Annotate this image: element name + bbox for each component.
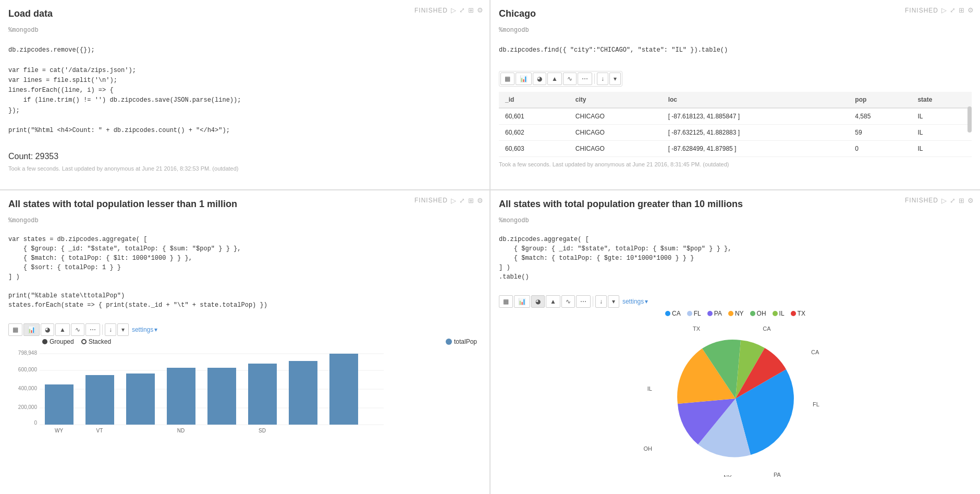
states-lt-toolbar: ▦ 📊 ◕ ▲ ∿ ⋯ ↓ ▾ settings ▾ — [8, 323, 481, 336]
states-lt-code: %mongodb var states = db.zipcodes.aggreg… — [8, 214, 481, 321]
states-gt-status-row: FINISHED ▷ ⤢ ⊞ ⚙ — [905, 197, 974, 204]
chicago-scatter-btn[interactable]: ⋯ — [578, 73, 592, 85]
cell-id: 60,602 — [499, 124, 569, 140]
label-ca2: CA — [811, 349, 819, 355]
states-gt-settings-btn[interactable]: settings ▾ — [622, 298, 648, 305]
states-gt-scatter-btn[interactable]: ⋯ — [576, 295, 591, 308]
states-gt-toolbar: ▦ 📊 ◕ ▲ ∿ ⋯ ↓ ▾ settings ▾ — [499, 295, 972, 308]
states-gt-dropdown-btn[interactable]: ▾ — [608, 295, 619, 308]
totalpop-dot — [446, 339, 452, 345]
label-ca: CA — [763, 326, 771, 332]
table-row: 60,603 CHICAGO [ -87.628499, 41.87985 ] … — [499, 140, 972, 156]
states-gt-line-btn[interactable]: ∿ — [561, 295, 575, 308]
totalpop-label: totalPop — [454, 338, 477, 345]
load-data-title: Load data — [8, 8, 481, 19]
toolbar-sep2 — [102, 324, 103, 335]
run-icon[interactable]: ▷ — [451, 6, 456, 14]
states-lt-expand-icon[interactable]: ⤢ — [459, 197, 465, 204]
states-lt-pie-btn[interactable]: ◕ — [41, 323, 54, 336]
toolbar-sep — [594, 74, 595, 84]
stacked-label: Stacked — [89, 338, 111, 345]
grouped-label: Grouped — [50, 338, 74, 345]
cell-state: IL — [911, 140, 972, 156]
toolbar-sep3 — [593, 296, 593, 307]
states-lt-table-icon[interactable]: ⊞ — [468, 197, 474, 204]
chicago-download-btn[interactable]: ↓ — [597, 73, 608, 85]
bar-7 — [329, 354, 358, 425]
settings-icon[interactable]: ⚙ — [477, 6, 483, 14]
legend-fl: FL — [687, 310, 701, 317]
label-oh: OH — [643, 445, 652, 452]
states-gt-run-icon[interactable]: ▷ — [941, 197, 947, 204]
load-data-panel: FINISHED ▷ ⤢ ⊞ ⚙ Load data %mongodb db.z… — [0, 0, 489, 189]
states-gt-code: %mongodb db.zipcodes.aggregate( [ { $gro… — [499, 214, 972, 293]
bar-nd — [167, 368, 195, 425]
chart-legend: Grouped Stacked totalPop — [42, 338, 481, 345]
label-ny: NY — [724, 474, 732, 477]
table-icon[interactable]: ⊞ — [468, 6, 474, 14]
label-tx: TX — [692, 326, 700, 332]
chicago-run-icon[interactable]: ▷ — [941, 6, 947, 14]
col-state: state — [911, 92, 972, 108]
grouped-dot — [42, 339, 47, 344]
cell-loc: [ -87.628499, 41.87985 ] — [662, 140, 849, 156]
states-gt-expand-icon[interactable]: ⤢ — [950, 197, 956, 204]
states-gt-pie-btn[interactable]: ◕ — [531, 295, 545, 308]
svg-text:798,948: 798,948 — [18, 350, 38, 356]
states-lt-scatter-btn[interactable]: ⋯ — [85, 323, 100, 336]
chicago-dropdown-btn[interactable]: ▾ — [609, 73, 621, 85]
chicago-pie-btn[interactable]: ◕ — [533, 73, 546, 85]
pie-chart-container: CA FL PA NY OH — [499, 310, 972, 477]
states-lt-download-btn[interactable]: ↓ — [105, 323, 116, 336]
states-gt-table-icon[interactable]: ⊞ — [959, 197, 964, 204]
states-lt-settings-icon[interactable]: ⚙ — [477, 197, 483, 204]
legend-oh: OH — [750, 310, 766, 317]
chicago-settings-icon[interactable]: ⚙ — [967, 6, 974, 14]
table-row: 60,602 CHICAGO [ -87.632125, 41.882883 ]… — [499, 124, 972, 140]
load-data-code: %mongodb db.zipcodes.remove({}); var fil… — [8, 23, 481, 148]
label-pa: PA — [774, 472, 781, 477]
load-data-output: Count: 29353 — [8, 152, 481, 161]
chicago-table: _id city loc pop state 60,601 CHICAGO [ … — [499, 92, 972, 157]
svg-text:WY: WY — [55, 428, 63, 433]
chicago-table-btn[interactable]: ▦ — [500, 73, 514, 85]
states-lt-status-row: FINISHED ▷ ⤢ ⊞ ⚙ — [414, 197, 483, 204]
panel-status-row: FINISHED ▷ ⤢ ⊞ ⚙ — [414, 6, 483, 14]
chicago-table-icon2[interactable]: ⊞ — [959, 6, 964, 14]
states-lt-dropdown-btn[interactable]: ▾ — [117, 323, 129, 336]
scrollbar[interactable] — [967, 106, 972, 132]
states-lt-settings-btn[interactable]: settings ▾ — [132, 326, 157, 333]
chicago-area-btn[interactable]: ▲ — [547, 73, 562, 85]
expand-icon[interactable]: ⤢ — [459, 6, 465, 14]
chicago-line-btn[interactable]: ∿ — [563, 73, 577, 85]
chicago-expand-icon[interactable]: ⤢ — [950, 6, 956, 14]
finished-label: FINISHED — [414, 7, 448, 14]
states-lt-table-btn[interactable]: ▦ — [8, 323, 22, 336]
ca-label: CA — [672, 310, 681, 317]
states-gt-finished-label: FINISHED — [905, 197, 938, 204]
cell-city: CHICAGO — [569, 124, 662, 140]
cell-loc: [ -87.618123, 41.885847 ] — [662, 108, 849, 125]
tx-dot — [791, 311, 796, 316]
states-gt-bar-btn[interactable]: 📊 — [514, 295, 530, 308]
svg-text:200,000: 200,000 — [18, 404, 38, 410]
states-gt-settings-icon2[interactable]: ⚙ — [967, 197, 974, 204]
chicago-bar-btn[interactable]: 📊 — [516, 73, 532, 85]
states-lt-bar-btn[interactable]: 📊 — [23, 323, 40, 336]
states-lt-run-icon[interactable]: ▷ — [451, 197, 456, 204]
states-gt-download-btn[interactable]: ↓ — [595, 295, 607, 308]
legend-pa: PA — [707, 310, 722, 317]
states-lt-line-btn[interactable]: ∿ — [71, 323, 84, 336]
cell-state: IL — [911, 108, 972, 125]
col-city: city — [569, 92, 662, 108]
states-gt-table-btn[interactable]: ▦ — [499, 295, 513, 308]
stacked-legend: Stacked — [81, 338, 111, 345]
bar-chart-svg: 798,948 600,000 400,000 200,000 0 WY VT — [8, 347, 389, 436]
states-lt-area-btn[interactable]: ▲ — [55, 323, 70, 336]
settings-label2: settings — [622, 298, 644, 305]
label-fl: FL — [813, 401, 819, 407]
svg-text:SD: SD — [259, 428, 266, 433]
states-gt-area-btn[interactable]: ▲ — [546, 295, 560, 308]
chicago-status-row: FINISHED ▷ ⤢ ⊞ ⚙ — [905, 6, 974, 14]
bar-chart: Grouped Stacked totalPop 798,948 600,000… — [8, 338, 481, 438]
